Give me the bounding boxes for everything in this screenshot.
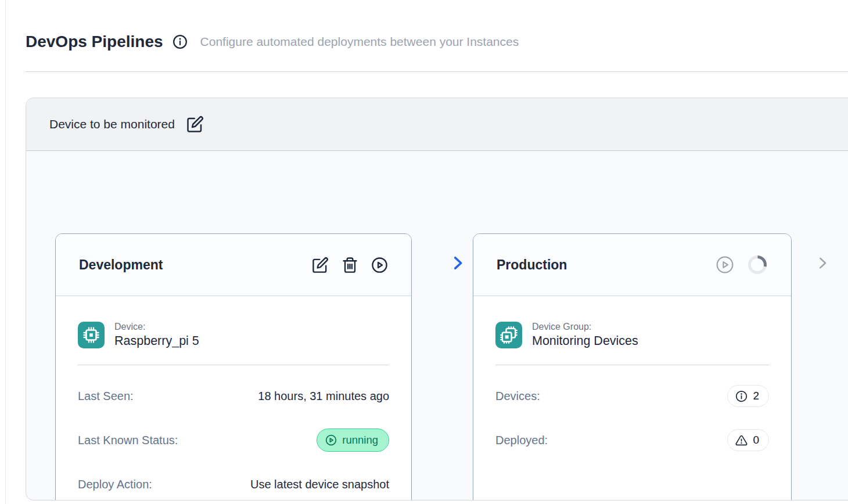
chevron-right-icon[interactable]	[814, 254, 831, 272]
info-circle-icon[interactable]	[173, 34, 188, 49]
chevron-right-icon	[448, 253, 468, 273]
deployed-label: Deployed:	[495, 434, 548, 447]
device-name: Raspberry_pi 5	[114, 334, 199, 348]
development-card-header: Development	[56, 234, 411, 296]
chip-icon	[78, 322, 105, 348]
page-title: DevOps Pipelines	[26, 33, 163, 51]
card-divider	[78, 365, 389, 365]
devices-row: Devices: 2	[495, 383, 769, 409]
device-group-label: Device Group:	[532, 322, 638, 332]
card-divider	[495, 365, 769, 365]
panel-body: Development	[26, 151, 848, 500]
devices-count: 2	[753, 390, 759, 402]
chip-group-icon	[495, 322, 522, 348]
deploy-action-row: Deploy Action: Use latest device snapsho…	[78, 471, 389, 498]
deployed-count-pill[interactable]: 0	[727, 429, 769, 451]
development-actions	[312, 257, 388, 273]
deploy-action-value: Use latest device snapshot	[250, 478, 389, 491]
play-circle-icon[interactable]	[716, 255, 734, 274]
trash-icon[interactable]	[342, 257, 358, 273]
devices-count-pill[interactable]: 2	[727, 385, 769, 407]
production-title: Production	[497, 257, 567, 273]
device-group-row: Device Group: Monitoring Devices	[495, 322, 769, 348]
device-label: Device:	[114, 322, 199, 332]
devices-label: Devices:	[495, 390, 540, 403]
edit-icon[interactable]	[186, 116, 204, 133]
play-circle-icon	[325, 434, 337, 446]
monitored-panel-header: Device to be monitored	[26, 98, 848, 151]
status-badge-label: running	[342, 434, 378, 447]
development-title: Development	[79, 257, 163, 273]
info-circle-icon	[735, 390, 748, 402]
production-card-header: Production	[473, 234, 791, 296]
production-card-body: Device Group: Monitoring Devices Devices…	[473, 296, 791, 453]
device-group-name: Monitoring Devices	[532, 334, 638, 348]
deploy-action-label: Deploy Action:	[78, 478, 152, 491]
status-row: Last Known Status: running	[78, 427, 389, 453]
edit-icon[interactable]	[312, 257, 329, 273]
production-card: Production	[473, 233, 792, 501]
panel-title: Device to be monitored	[49, 117, 175, 131]
status-label: Last Known Status:	[78, 434, 178, 447]
development-card: Development	[55, 233, 412, 501]
play-circle-icon[interactable]	[371, 257, 388, 273]
device-row: Device: Raspberry_pi 5	[78, 322, 389, 348]
loading-spinner-icon	[747, 254, 768, 275]
last-seen-row: Last Seen: 18 hours, 31 minutes ago	[78, 383, 389, 409]
status-badge: running	[317, 429, 389, 452]
last-seen-value: 18 hours, 31 minutes ago	[258, 390, 389, 403]
monitored-panel: Device to be monitored Development	[26, 98, 848, 501]
deployed-row: Deployed: 0	[495, 427, 769, 453]
deployed-count: 0	[753, 434, 759, 447]
header-divider	[26, 71, 848, 72]
page-left-rule	[5, 0, 6, 504]
page-subtitle: Configure automated deployments between …	[200, 35, 519, 49]
page-header: DevOps Pipelines Configure automated dep…	[26, 33, 519, 51]
last-seen-label: Last Seen:	[78, 390, 134, 403]
development-card-body: Device: Raspberry_pi 5 Last Seen: 18 hou…	[56, 296, 411, 498]
production-actions	[716, 254, 768, 275]
device-group-text: Device Group: Monitoring Devices	[532, 322, 638, 348]
warning-triangle-icon	[735, 434, 748, 447]
device-text: Device: Raspberry_pi 5	[114, 322, 199, 348]
